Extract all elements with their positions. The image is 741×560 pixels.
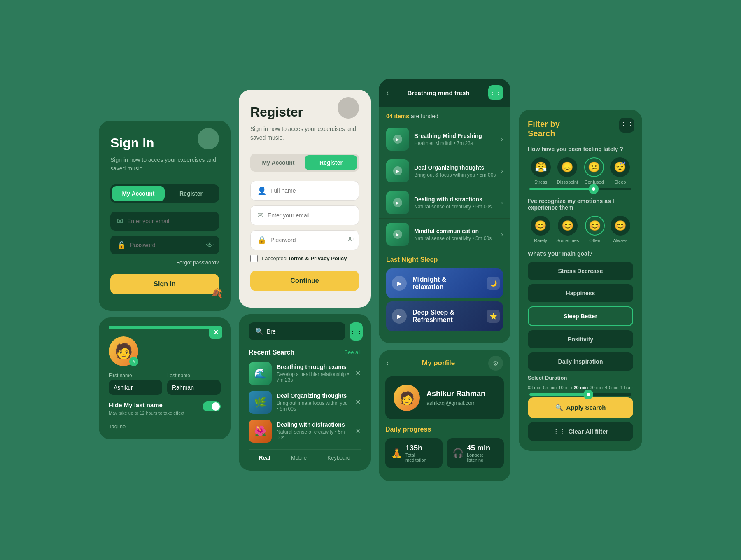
tab-myaccount[interactable]: My Account — [112, 186, 165, 201]
dur-40min[interactable]: 40 min — [605, 385, 619, 390]
remove-result-3[interactable]: ✕ — [355, 427, 361, 435]
dur-05min[interactable]: 05 min — [543, 385, 557, 390]
apply-search-button[interactable]: 🔍 Apply Search — [528, 397, 633, 418]
hide-lastname-toggle[interactable] — [203, 401, 221, 411]
emoji-stress[interactable]: 😤 Stress — [531, 157, 551, 184]
see-all-link[interactable]: See all — [344, 349, 361, 355]
stat-total-meditation: 🧘 135h Total meditation — [385, 438, 443, 468]
goal-happiness[interactable]: Happiness — [528, 284, 633, 302]
grid-button[interactable]: ⋮⋮ — [350, 322, 363, 341]
myprofile-back-button[interactable]: ‹ — [386, 359, 389, 368]
search-result-2[interactable]: 🌿 Deal Organizing thoughts Bring out inn… — [249, 391, 361, 414]
feeling-slider[interactable] — [528, 188, 633, 190]
search-result-3[interactable]: 🌺 Dealing with distractions Natural sens… — [249, 420, 361, 443]
signin-button[interactable]: Sign In — [110, 274, 219, 294]
search-result-1[interactable]: 🌊 Breathing through exams Develop a heal… — [249, 362, 361, 385]
reg-password-input[interactable] — [270, 237, 343, 243]
remove-result-1[interactable]: ✕ — [355, 369, 361, 377]
sleep-items: ▶ Midnight &relaxation 🌙 ▶ Deep Sleep &R… — [386, 268, 503, 331]
result-sub-3: Natural sense of creativity • 5m 00s — [277, 429, 350, 441]
clear-filter-label: Clear All filter — [569, 428, 608, 435]
filter-dots-button[interactable]: ⋮⋮ — [619, 118, 634, 133]
remove-result-2[interactable]: ✕ — [355, 398, 361, 406]
password-input[interactable] — [130, 242, 202, 248]
hide-lastname-text: Hide My last name May take up to 12 hour… — [109, 401, 184, 416]
myprofile-user-box: 🧑 Ashikur Rahman ashikxql@gmail.com — [385, 376, 504, 419]
funded-item-2[interactable]: ▶ Deal Organizing thoughts Bring out & f… — [379, 155, 510, 187]
search-icon: 🔍 — [255, 327, 263, 335]
reg-tab-register[interactable]: Register — [305, 155, 357, 170]
emoji-always[interactable]: 😊 Always — [611, 216, 630, 243]
dur-10min[interactable]: 10 min — [558, 385, 572, 390]
funded-grid-button[interactable]: ⋮⋮ — [488, 85, 503, 100]
sleep-label: Sleep — [614, 180, 626, 184]
goal-sleep-better[interactable]: Sleep Better — [528, 306, 633, 326]
funded-sub-2: Bring out & focus within you • 5m 00s — [414, 172, 496, 178]
sometimes-label: Sometimes — [556, 238, 579, 243]
firstname-label: First name — [109, 373, 162, 378]
slider-thumb-inner — [592, 187, 595, 191]
forgot-password-link[interactable]: Forgot password? — [110, 259, 219, 266]
emoji-rarely[interactable]: 😊 Rarely — [531, 216, 550, 243]
kb-tab-keyboard[interactable]: Keyboard — [327, 455, 350, 462]
emoji-confused[interactable]: 😕 Confused — [584, 157, 604, 184]
funded-thumb-1: ▶ — [386, 128, 409, 151]
sleep-text-2: Deep Sleep &Refreshment — [407, 309, 487, 324]
sleep-moon-btn[interactable]: 🌙 — [487, 277, 500, 290]
daily-stats: 🧘 135h Total meditation 🎧 45 min Longest… — [385, 438, 504, 468]
funded-item-3[interactable]: ▶ Dealing with distractions Natural sens… — [379, 187, 510, 219]
lastname-input[interactable] — [167, 380, 221, 395]
kb-tab-real[interactable]: Real — [259, 455, 270, 462]
register-subtitle: Sign in now to acces your excercises and… — [250, 125, 359, 142]
emoji-sleep[interactable]: 😴 Sleep — [610, 157, 630, 184]
funded-title-1: Breathing Mind Freshing — [414, 133, 496, 139]
sleep-item-1[interactable]: ▶ Midnight &relaxation 🌙 — [386, 268, 503, 298]
funded-item-4[interactable]: ▶ Mindful communication Natural sense of… — [379, 219, 510, 250]
terms-checkbox[interactable] — [250, 255, 258, 262]
reg-lock-icon: 🔒 — [257, 236, 266, 245]
email-input[interactable] — [127, 218, 212, 224]
firstname-input[interactable] — [109, 380, 162, 395]
kb-tab-mobile[interactable]: Mobile — [291, 455, 307, 462]
fullname-field-wrapper: 👤 — [250, 181, 359, 201]
duration-slider-thumb[interactable] — [583, 390, 593, 399]
duration-slider[interactable] — [528, 393, 633, 396]
search-box: 🔍 — [249, 322, 345, 340]
dur-1hour[interactable]: 1 hour — [620, 385, 633, 390]
goal-positivity[interactable]: Positivity — [528, 330, 633, 348]
funded-thumb-4: ▶ — [386, 223, 409, 246]
continue-button[interactable]: Continue — [250, 271, 359, 291]
myprofile-gear-button[interactable]: ⚙ — [488, 356, 503, 371]
reg-email-input[interactable] — [268, 212, 352, 219]
search-input[interactable] — [267, 328, 339, 335]
emoji-disappoint[interactable]: 😞 Dissapoint — [557, 157, 578, 184]
result-thumb-3: 🌺 — [249, 420, 272, 443]
filter-q2: I've recognize my emotions as I experien… — [528, 198, 633, 211]
reg-eye-icon[interactable]: 👁 — [347, 236, 354, 244]
sleep-item-2[interactable]: ▶ Deep Sleep &Refreshment ⭐ — [386, 301, 503, 331]
rarely-emoji-circle: 😊 — [531, 216, 550, 236]
duration-options: 03 min 05 min 10 min 20 min 30 min 40 mi… — [528, 385, 633, 390]
clear-filter-button[interactable]: ⋮⋮ Clear All filter — [528, 422, 633, 441]
sleep-emoji-circle: 😴 — [610, 157, 630, 177]
sleep-star-btn[interactable]: ⭐ — [487, 310, 500, 323]
tab-register-link[interactable]: Register — [165, 186, 217, 201]
goal-daily-inspiration[interactable]: Daily Inspiration — [528, 352, 633, 371]
funded-back-button[interactable]: ‹ — [386, 89, 389, 97]
reg-tab-myaccount[interactable]: My Account — [252, 155, 305, 170]
edit-avatar-badge[interactable]: ✎ — [129, 357, 138, 366]
close-button[interactable]: ✕ — [209, 326, 222, 339]
dur-20min[interactable]: 20 min — [573, 385, 588, 390]
emoji-often[interactable]: 😊 Often — [585, 216, 605, 243]
search-icon-apply: 🔍 — [555, 404, 563, 411]
emoji-sometimes[interactable]: 😊 Sometimes — [556, 216, 579, 243]
feeling-slider-thumb[interactable] — [589, 184, 599, 194]
eye-icon[interactable]: 👁 — [206, 241, 214, 250]
funded-info-2: Deal Organizing thoughts Bring out & foc… — [414, 164, 496, 178]
dur-30min[interactable]: 30 min — [590, 385, 603, 390]
myprofile-header: ‹ My porfile ⚙ — [379, 350, 510, 376]
funded-item-1[interactable]: ▶ Breathing Mind Freshing Healthier Mind… — [379, 124, 510, 155]
goal-stress-decrease[interactable]: Stress Decrease — [528, 262, 633, 280]
dur-03min[interactable]: 03 min — [528, 385, 541, 390]
fullname-input[interactable] — [270, 187, 352, 194]
